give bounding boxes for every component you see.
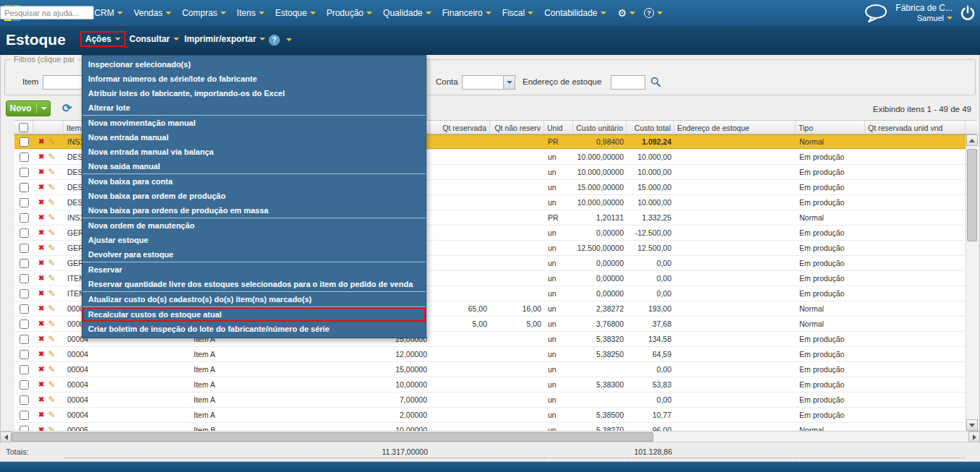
delete-icon[interactable]: ✖ bbox=[38, 381, 44, 388]
column-header-ct[interactable]: Custo total bbox=[627, 121, 674, 134]
topbar-menu-item[interactable]: CRM bbox=[95, 8, 123, 18]
horizontal-scrollbar[interactable] bbox=[0, 431, 980, 442]
column-header-qt_nres[interactable]: Qt não reserv bbox=[490, 121, 544, 134]
row-checkbox[interactable] bbox=[20, 350, 29, 359]
edit-icon[interactable]: ✎ bbox=[48, 426, 55, 431]
delete-icon[interactable]: ✖ bbox=[38, 396, 44, 403]
novo-button[interactable]: Novo bbox=[6, 100, 51, 116]
edit-icon[interactable]: ✎ bbox=[48, 380, 55, 389]
actions-menu-item[interactable]: Reservar quantidade livre dos estoques s… bbox=[82, 277, 426, 291]
delete-icon[interactable]: ✖ bbox=[38, 320, 44, 327]
column-header-end[interactable]: Endereço de estoque bbox=[674, 121, 796, 134]
actions-menu-item[interactable]: Informar números de série/lote do fabric… bbox=[82, 72, 426, 86]
page-help-button[interactable]: ? bbox=[269, 35, 280, 46]
row-checkbox[interactable] bbox=[20, 228, 29, 238]
actions-menu-item[interactable]: Atribuir lotes do fabricante, importando… bbox=[82, 86, 426, 100]
row-checkbox[interactable] bbox=[20, 259, 29, 268]
edit-icon[interactable]: ✎ bbox=[48, 137, 55, 146]
row-checkbox[interactable] bbox=[20, 395, 29, 405]
table-row[interactable]: ✖✎00004Item A15,00000un0,00Em produção bbox=[14, 362, 966, 377]
edit-icon[interactable]: ✎ bbox=[48, 153, 55, 161]
scroll-left-button[interactable] bbox=[0, 432, 12, 442]
chevron-down-icon[interactable] bbox=[286, 38, 292, 41]
actions-menu-item[interactable]: Nova movimentação manual bbox=[82, 116, 426, 130]
actions-menu-item[interactable]: Recalcular custos do estoque atual bbox=[82, 307, 426, 322]
edit-icon[interactable]: ✎ bbox=[48, 168, 55, 176]
delete-icon[interactable]: ✖ bbox=[38, 335, 44, 343]
scroll-down-button[interactable] bbox=[966, 419, 978, 431]
refresh-icon[interactable]: ⟳ bbox=[62, 101, 72, 115]
vertical-scrollbar-thumb[interactable] bbox=[967, 149, 977, 241]
row-checkbox[interactable] bbox=[20, 335, 29, 344]
edit-icon[interactable]: ✎ bbox=[48, 335, 55, 343]
column-header-icons[interactable] bbox=[33, 121, 64, 134]
column-header-cu[interactable]: Custo unitário bbox=[573, 121, 627, 134]
horizontal-scrollbar-thumb[interactable] bbox=[12, 432, 653, 442]
edit-icon[interactable]: ✎ bbox=[48, 274, 55, 283]
endereco-filter-input[interactable] bbox=[611, 75, 645, 90]
edit-icon[interactable]: ✎ bbox=[48, 411, 55, 419]
edit-icon[interactable]: ✎ bbox=[48, 198, 55, 207]
row-checkbox[interactable] bbox=[20, 426, 29, 432]
imprimir-exportar-menu-button[interactable]: Imprimir/exportar bbox=[184, 34, 265, 44]
column-header-qt_vnd[interactable]: Qt reservada unid vnd bbox=[865, 121, 966, 134]
edit-icon[interactable]: ✎ bbox=[48, 319, 55, 328]
actions-menu-item[interactable]: Ajustar estoque bbox=[82, 233, 426, 247]
table-row[interactable]: ✖✎00004Item A12,00000un5,3825064,59Em pr… bbox=[14, 347, 966, 362]
topbar-menu-item[interactable]: Fiscal bbox=[502, 8, 533, 18]
account-menu[interactable]: Fábrica de C... Samuel bbox=[895, 4, 953, 22]
column-header-sel[interactable] bbox=[14, 121, 33, 134]
conta-filter-select[interactable] bbox=[462, 75, 515, 90]
column-header-tipo[interactable]: Tipo bbox=[796, 121, 865, 134]
row-checkbox[interactable] bbox=[20, 289, 29, 299]
select-dropdown-button[interactable] bbox=[503, 76, 515, 89]
delete-icon[interactable]: ✖ bbox=[38, 290, 44, 297]
actions-menu-item[interactable]: Reservar bbox=[82, 262, 426, 277]
help-menu[interactable]: ? bbox=[644, 8, 663, 18]
actions-menu-item[interactable]: Nova ordem de manutenção bbox=[82, 218, 426, 233]
row-checkbox[interactable] bbox=[20, 244, 29, 253]
delete-icon[interactable]: ✖ bbox=[38, 184, 44, 191]
row-checkbox[interactable] bbox=[20, 137, 29, 147]
actions-menu-item[interactable]: Atualizar custo do(s) cadastro(s) do(s) … bbox=[82, 292, 426, 306]
row-checkbox[interactable] bbox=[20, 168, 29, 177]
row-checkbox[interactable] bbox=[20, 198, 29, 207]
column-header-unid[interactable]: Unid bbox=[544, 121, 573, 134]
actions-menu-item[interactable]: Nova entrada manual bbox=[82, 130, 426, 145]
topbar-menu-item[interactable]: Contabilidade bbox=[544, 8, 606, 18]
edit-icon[interactable]: ✎ bbox=[48, 244, 55, 252]
topbar-menu-item[interactable]: Compras bbox=[182, 8, 226, 18]
topbar-menu-item[interactable]: Vendas bbox=[134, 8, 171, 18]
delete-icon[interactable]: ✖ bbox=[38, 168, 44, 176]
scroll-right-button[interactable] bbox=[968, 432, 980, 442]
edit-icon[interactable]: ✎ bbox=[48, 259, 55, 267]
power-icon[interactable] bbox=[960, 5, 976, 21]
column-header-qt_res[interactable]: Qt reservada bbox=[430, 121, 490, 134]
topbar-menu-item[interactable]: Financeiro bbox=[442, 8, 491, 18]
edit-icon[interactable]: ✎ bbox=[48, 289, 55, 298]
delete-icon[interactable]: ✖ bbox=[38, 138, 44, 145]
vertical-scrollbar[interactable] bbox=[966, 134, 977, 431]
delete-icon[interactable]: ✖ bbox=[38, 214, 44, 221]
delete-icon[interactable]: ✖ bbox=[38, 305, 44, 312]
actions-menu-item[interactable]: Nova baixa para ordem de produção bbox=[82, 189, 426, 203]
delete-icon[interactable]: ✖ bbox=[38, 259, 44, 267]
edit-icon[interactable]: ✎ bbox=[48, 228, 55, 237]
delete-icon[interactable]: ✖ bbox=[38, 229, 44, 236]
table-row[interactable]: ✖✎00004Item A7,00000un0,00Em produção bbox=[14, 392, 966, 408]
topbar-menu-item[interactable]: Estoque bbox=[275, 8, 316, 18]
delete-icon[interactable]: ✖ bbox=[38, 366, 44, 373]
table-row[interactable]: ✖✎00005Item B10,00000un5,3827096,00Norma… bbox=[14, 423, 966, 431]
row-checkbox[interactable] bbox=[20, 183, 29, 192]
row-checkbox[interactable] bbox=[20, 213, 29, 223]
edit-icon[interactable]: ✎ bbox=[48, 350, 55, 359]
topbar-menu-item[interactable]: Produção bbox=[327, 8, 372, 18]
row-checkbox[interactable] bbox=[20, 380, 29, 390]
chat-bubble-icon[interactable] bbox=[864, 4, 888, 23]
row-checkbox[interactable] bbox=[20, 274, 29, 283]
table-row[interactable]: ✖✎00004Item A2,00000un5,3850010,77Em pro… bbox=[14, 408, 966, 423]
actions-menu-item[interactable]: Nova entrada manual via balança bbox=[82, 145, 426, 159]
edit-icon[interactable]: ✎ bbox=[48, 395, 55, 404]
actions-menu-item[interactable]: Criar boletim de inspeção do lote do fab… bbox=[82, 322, 426, 336]
actions-menu-item[interactable]: Alterar lote bbox=[82, 100, 426, 115]
